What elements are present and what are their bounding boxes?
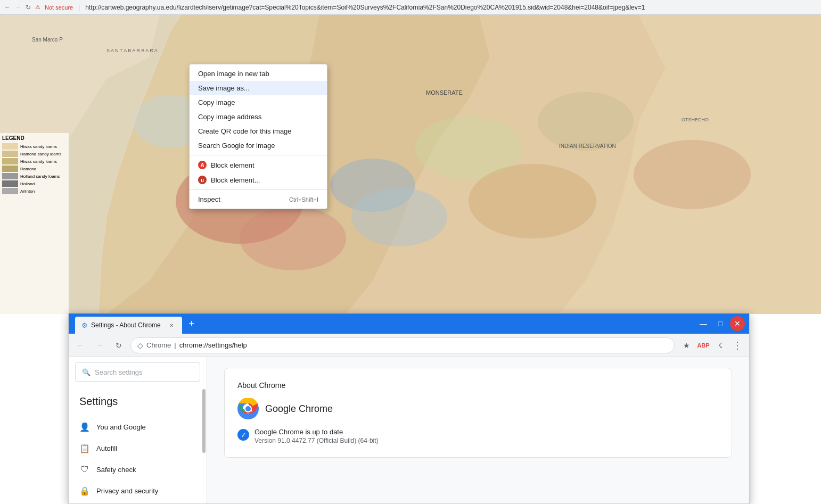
address-url[interactable]: http://cartweb.geography.ua.edu/lizardte…	[85, 4, 645, 11]
context-divider-1	[190, 155, 327, 155]
svg-text:S A N T A   B A R B A R A: S A N T A B A R B A R A	[106, 48, 158, 53]
settings-content: 🔍 Search settings Settings 👤 You and Goo…	[69, 357, 749, 503]
url-separator: |	[78, 4, 80, 11]
sidebar-item-autofill[interactable]: 📋 Autofill	[69, 437, 207, 459]
map-content: San Marco P S A N T A B A R B A R A MONS…	[0, 15, 821, 314]
ub-plugin-icon: u	[198, 176, 207, 184]
security-text: Not secure	[45, 4, 73, 11]
sidebar-item-safety-check-label: Safety check	[96, 466, 136, 474]
about-chrome-title: About Chrome	[237, 381, 719, 390]
new-tab-button[interactable]: +	[184, 316, 199, 331]
context-block-element-abp[interactable]: A Block element	[190, 158, 327, 172]
context-open-image-new-tab[interactable]: Open image in new tab	[190, 67, 327, 81]
shield-lock-icon: 🔒	[79, 485, 90, 496]
settings-main-content: About Chrome Google Chrome	[207, 357, 749, 503]
svg-text:MONSERATE: MONSERATE	[426, 89, 463, 96]
svg-point-2	[240, 206, 346, 270]
search-settings-placeholder: Search settings	[95, 368, 143, 376]
close-button[interactable]: ✕	[730, 316, 745, 331]
security-icon: ⚠	[35, 4, 40, 11]
sidebar-scrollbar[interactable]	[202, 389, 206, 453]
settings-titlebar: ⚙ Settings - About Chrome ✕ + — □ ✕	[69, 313, 749, 334]
context-block-element-ub[interactable]: u Block element...	[190, 172, 327, 187]
legend-item: Holland	[2, 180, 67, 187]
svg-point-7	[469, 164, 596, 238]
settings-reload-button[interactable]: ↻	[111, 338, 126, 353]
window-controls: — □ ✕	[696, 316, 745, 331]
about-chrome-section: About Chrome Google Chrome	[224, 368, 732, 458]
context-inspect[interactable]: Inspect Ctrl+Shift+I	[190, 192, 327, 206]
settings-window: ⚙ Settings - About Chrome ✕ + — □ ✕ ← → …	[68, 313, 750, 504]
extensions-icon[interactable]: ☇	[713, 338, 728, 353]
settings-domain-label: Chrome	[146, 341, 171, 349]
chrome-name: Google Chrome	[265, 403, 333, 415]
gear-icon: ⚙	[81, 321, 88, 329]
check-circle-icon: ✓	[237, 429, 249, 441]
settings-sidebar-title: Settings	[69, 387, 207, 416]
legend-item: Hiwas sandy loams	[2, 143, 67, 150]
settings-back-button[interactable]: ←	[73, 338, 88, 353]
svg-text:San Marco P: San Marco P	[32, 37, 63, 43]
legend-item: Holland sandy loams	[2, 173, 67, 179]
back-icon[interactable]: ←	[4, 4, 11, 11]
chrome-logo	[237, 398, 259, 419]
sidebar-item-safety-check[interactable]: 🛡 Safety check	[69, 459, 207, 480]
menu-icon[interactable]: ⋮	[730, 338, 745, 353]
context-copy-image[interactable]: Copy image	[190, 95, 327, 110]
search-icon: 🔍	[82, 368, 91, 376]
legend-title: LEGEND	[2, 135, 67, 141]
shield-icon: 🛡	[79, 464, 90, 475]
bg-address-bar: ← → ↻ ⚠ Not secure | http://cartweb.geog…	[0, 0, 821, 15]
settings-sidebar: 🔍 Search settings Settings 👤 You and Goo…	[69, 357, 207, 503]
context-save-image-as[interactable]: Save image as...	[190, 81, 327, 95]
svg-point-18	[245, 406, 251, 411]
bookmark-icon[interactable]: ★	[679, 338, 694, 353]
search-settings-container: 🔍 Search settings	[69, 357, 207, 387]
settings-forward-button[interactable]: →	[92, 338, 107, 353]
adblock-icon[interactable]: ABP	[696, 338, 711, 353]
legend-item: Hiwas sandy loams	[2, 158, 67, 164]
chrome-version: Version 91.0.4472.77 (Official Build) (6…	[254, 437, 379, 444]
settings-address-bar[interactable]: ◇ Chrome | chrome://settings/help	[130, 337, 675, 353]
svg-text:INDIAN RESERVATION: INDIAN RESERVATION	[559, 143, 616, 149]
map-legend: LEGEND Hiwas sandy loams Ramona sandy lo…	[0, 133, 69, 314]
sidebar-item-you-and-google[interactable]: 👤 You and Google	[69, 416, 207, 437]
settings-tab-label: Settings - About Chrome	[91, 321, 161, 329]
settings-browser-chrome: ← → ↻ ◇ Chrome | chrome://settings/help …	[69, 334, 749, 357]
sidebar-item-autofill-label: Autofill	[96, 444, 117, 452]
context-menu: Open image in new tab Save image as... C…	[189, 64, 327, 209]
sidebar-item-privacy-security-label: Privacy and security	[96, 487, 158, 495]
chrome-info-row: Google Chrome	[237, 398, 719, 419]
svg-point-8	[538, 92, 634, 151]
settings-globe-icon: ◇	[137, 341, 143, 350]
search-settings-bar[interactable]: 🔍 Search settings	[75, 362, 200, 382]
article-icon: 📋	[79, 443, 90, 453]
settings-toolbar-icons: ★ ABP ☇ ⋮	[679, 338, 745, 353]
context-create-qr[interactable]: Create QR code for this image	[190, 124, 327, 138]
context-copy-image-address[interactable]: Copy image address	[190, 110, 327, 124]
legend-item: Ramona sandy loams	[2, 151, 67, 157]
minimize-button[interactable]: —	[696, 316, 711, 331]
person-icon: 👤	[79, 422, 90, 432]
maximize-button[interactable]: □	[713, 316, 728, 331]
svg-point-9	[634, 140, 751, 209]
reload-icon[interactable]: ↻	[26, 4, 31, 11]
forward-icon[interactable]: →	[15, 4, 21, 11]
legend-item: Arlinton	[2, 188, 67, 194]
legend-item: Ramona	[2, 166, 67, 172]
chrome-status-text: Google Chrome is up to date	[254, 428, 379, 436]
context-search-google[interactable]: Search Google for image	[190, 138, 327, 153]
tab-close-button[interactable]: ✕	[167, 321, 176, 329]
sidebar-item-you-and-google-label: You and Google	[96, 423, 146, 431]
svg-text:OTSHECHO: OTSHECHO	[682, 117, 709, 122]
background-browser: ← → ↻ ⚠ Not secure | http://cartweb.geog…	[0, 0, 821, 314]
context-divider-2	[190, 189, 327, 190]
chrome-status-row: ✓ Google Chrome is up to date Version 91…	[237, 428, 719, 444]
settings-url: chrome://settings/help	[179, 341, 247, 349]
svg-point-4	[351, 188, 447, 246]
abp-plugin-icon: A	[198, 161, 207, 169]
settings-tab[interactable]: ⚙ Settings - About Chrome ✕	[75, 317, 182, 334]
sidebar-item-privacy-security[interactable]: 🔒 Privacy and security	[69, 480, 207, 501]
